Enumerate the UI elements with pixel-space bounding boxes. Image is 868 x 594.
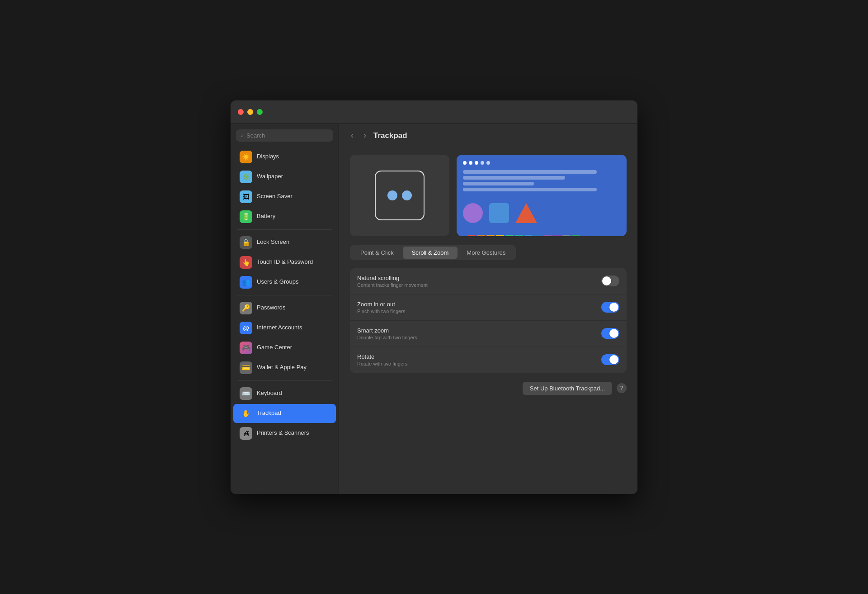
- content-area: ⌕ ☀️ Displays ✳️ Wallpaper 🖼 Screen Save…: [231, 124, 637, 494]
- zoom-in-out-info: Zoom in or out Pinch with two fingers: [357, 301, 601, 314]
- rotate-toggle[interactable]: [601, 354, 619, 365]
- sidebar-item-users-groups[interactable]: 👥 Users & Groups: [233, 273, 336, 292]
- sidebar-item-displays[interactable]: ☀️ Displays: [233, 147, 336, 166]
- sidebar-item-label: Trackpad: [257, 409, 281, 417]
- sidebar-item-battery[interactable]: 🔋 Battery: [233, 207, 336, 226]
- trackpad-preview: [350, 155, 449, 236]
- sidebar-item-label: Printers & Scanners: [257, 429, 309, 437]
- sidebar-item-touch-id[interactable]: 👆 Touch ID & Password: [233, 253, 336, 272]
- wallet-icon: 💳: [240, 361, 252, 374]
- sidebar-item-wallpaper[interactable]: ✳️ Wallpaper: [233, 167, 336, 186]
- printers-icon: 🖨: [240, 427, 252, 440]
- gesture-preview: [457, 155, 627, 236]
- sidebar-item-label: Game Center: [257, 344, 292, 352]
- shape-triangle: [515, 203, 537, 223]
- sidebar-item-label: Touch ID & Password: [257, 258, 313, 266]
- settings-list: Natural scrolling Content tracks finger …: [350, 268, 627, 373]
- sidebar-item-printers-scanners[interactable]: 🖨 Printers & Scanners: [233, 424, 336, 443]
- color-swatch: [562, 235, 571, 236]
- sidebar-item-internet-accounts[interactable]: @ Internet Accounts: [233, 318, 336, 337]
- color-swatch: [477, 235, 485, 236]
- gesture-dots-row: [463, 161, 620, 165]
- search-box[interactable]: ⌕: [236, 129, 333, 142]
- displays-icon: ☀️: [240, 151, 252, 163]
- sidebar-item-passwords[interactable]: 🔑 Passwords: [233, 299, 336, 318]
- toggle-knob: [609, 355, 618, 364]
- sidebar-divider: [237, 295, 332, 295]
- sidebar-item-game-center[interactable]: 🎮 Game Center: [233, 338, 336, 357]
- internet-accounts-icon: @: [240, 322, 252, 334]
- gesture-dot: [475, 161, 478, 165]
- tab-scroll-zoom[interactable]: Scroll & Zoom: [403, 247, 458, 259]
- rotate-info: Rotate Rotate with two fingers: [357, 353, 601, 366]
- smart-zoom-desc: Double-tap with two fingers: [357, 335, 601, 340]
- gesture-line: [463, 188, 597, 191]
- gesture-line: [463, 176, 565, 180]
- close-button[interactable]: [238, 109, 244, 115]
- gesture-dot: [481, 161, 484, 165]
- color-swatch: [515, 235, 523, 236]
- finger-dot-2: [402, 190, 412, 200]
- sidebar-item-wallet[interactable]: 💳 Wallet & Apple Pay: [233, 358, 336, 377]
- toggle-knob: [602, 276, 611, 285]
- natural-scrolling-row: Natural scrolling Content tracks finger …: [350, 268, 627, 295]
- finger-dot-1: [387, 190, 397, 200]
- preview-row: [350, 155, 627, 236]
- system-preferences-window: ⌕ ☀️ Displays ✳️ Wallpaper 🖼 Screen Save…: [231, 100, 637, 494]
- sidebar-divider: [237, 380, 332, 381]
- gesture-line: [463, 182, 534, 185]
- touch-id-icon: 👆: [240, 256, 252, 269]
- sidebar-item-label: Keyboard: [257, 390, 282, 397]
- sidebar-item-screen-saver[interactable]: 🖼 Screen Saver: [233, 187, 336, 206]
- gesture-preview-inner: [457, 155, 627, 236]
- color-swatch: [572, 235, 580, 236]
- color-swatch: [486, 235, 495, 236]
- trackpad-diagram: [375, 171, 425, 220]
- lock-screen-icon: 🔒: [240, 236, 252, 249]
- sidebar-item-label: Wallpaper: [257, 173, 283, 181]
- forward-button[interactable]: ›: [361, 130, 369, 141]
- titlebar: [231, 100, 637, 124]
- color-bar: [463, 231, 620, 236]
- users-groups-icon: 👥: [240, 276, 252, 289]
- game-center-icon: 🎮: [240, 342, 252, 354]
- traffic-lights: [238, 109, 263, 115]
- wallpaper-icon: ✳️: [240, 171, 252, 183]
- help-button[interactable]: ?: [617, 383, 627, 393]
- color-swatch: [496, 235, 504, 236]
- tab-more-gestures[interactable]: More Gestures: [458, 247, 514, 259]
- passwords-icon: 🔑: [240, 302, 252, 314]
- color-swatch: [543, 235, 552, 236]
- bottom-row: Set Up Bluetooth Trackpad... ?: [350, 382, 627, 395]
- sidebar-item-label: Wallet & Apple Pay: [257, 364, 307, 371]
- zoom-in-out-desc: Pinch with two fingers: [357, 309, 601, 314]
- search-icon: ⌕: [241, 132, 244, 138]
- smart-zoom-name: Smart zoom: [357, 327, 601, 334]
- zoom-in-out-toggle[interactable]: [601, 302, 619, 313]
- sidebar-item-label: Screen Saver: [257, 193, 292, 200]
- page-title: Trackpad: [373, 131, 407, 140]
- gesture-dot: [463, 161, 467, 165]
- gesture-lines: [463, 170, 620, 191]
- sidebar-item-lock-screen[interactable]: 🔒 Lock Screen: [233, 233, 336, 252]
- sidebar-item-keyboard[interactable]: ⌨️ Keyboard: [233, 384, 336, 403]
- color-swatch: [553, 235, 561, 236]
- rotate-row: Rotate Rotate with two fingers: [350, 347, 627, 373]
- smart-zoom-row: Smart zoom Double-tap with two fingers: [350, 321, 627, 347]
- gesture-line: [463, 170, 597, 174]
- natural-scrolling-toggle[interactable]: [601, 276, 619, 286]
- maximize-button[interactable]: [257, 109, 263, 115]
- tab-point-click[interactable]: Point & Click: [351, 247, 403, 259]
- back-button[interactable]: ‹: [348, 130, 356, 141]
- minimize-button[interactable]: [247, 109, 253, 115]
- smart-zoom-toggle[interactable]: [601, 328, 619, 339]
- color-swatch: [467, 235, 476, 236]
- natural-scrolling-info: Natural scrolling Content tracks finger …: [357, 275, 601, 288]
- sidebar-item-label: Users & Groups: [257, 278, 298, 286]
- search-input[interactable]: [246, 132, 329, 139]
- smart-zoom-info: Smart zoom Double-tap with two fingers: [357, 327, 601, 340]
- setup-bluetooth-button[interactable]: Set Up Bluetooth Trackpad...: [523, 382, 612, 395]
- sidebar: ⌕ ☀️ Displays ✳️ Wallpaper 🖼 Screen Save…: [231, 124, 339, 494]
- sidebar-item-trackpad[interactable]: ✋ Trackpad: [233, 404, 336, 423]
- sidebar-item-label: Passwords: [257, 304, 286, 312]
